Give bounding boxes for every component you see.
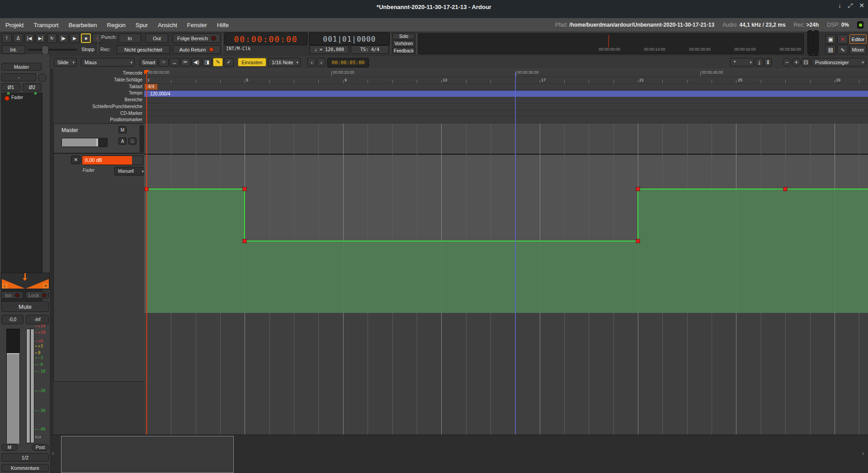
menu-transport[interactable]: Transport <box>33 22 58 28</box>
ruler-row-6[interactable] <box>144 104 868 110</box>
sync-button[interactable]: Int. <box>2 45 25 54</box>
meter-pre-button[interactable]: M <box>1 444 18 451</box>
tempo-button[interactable]: ♩ = 120,000 <box>309 45 349 54</box>
cut-tool-button[interactable]: ✂ <box>180 58 190 66</box>
strip-name-button[interactable]: Master <box>1 63 42 71</box>
timefx-tool-button[interactable]: ◨ <box>202 58 212 66</box>
shuttle-thumb[interactable] <box>42 45 49 55</box>
tempo-marker-bar[interactable]: 120,000/4 <box>144 90 868 97</box>
track-group-button[interactable]: G <box>128 137 137 145</box>
zoom-out-button[interactable]: − <box>783 58 791 66</box>
midi-panic-button[interactable]: ! <box>2 33 12 43</box>
close-icon[interactable]: ✕ <box>859 2 864 9</box>
punch-in-button[interactable]: In <box>118 33 141 43</box>
automation-close-button[interactable]: ✕ <box>71 156 80 164</box>
smart-mode-button[interactable]: Smart <box>140 58 158 66</box>
gain-fader-track[interactable] <box>6 329 20 443</box>
ruler-row-3[interactable] <box>144 84 868 90</box>
meter-button[interactable]: TS: 4/4 <box>351 45 389 54</box>
maximize-icon[interactable]: ⤢ <box>848 2 853 9</box>
range-tool-button[interactable]: ↔ <box>170 58 179 66</box>
goto-start-button[interactable]: |◀ <box>24 33 34 43</box>
trim-knob[interactable] <box>38 74 46 82</box>
nudge-forward-button[interactable]: › <box>317 58 326 66</box>
meter-point-button[interactable]: Post <box>32 444 49 451</box>
fader-processor-led[interactable] <box>5 96 9 101</box>
grab-tool-button[interactable]: ☞ <box>159 58 169 66</box>
master-track-lane[interactable] <box>144 123 868 155</box>
menu-region[interactable]: Region <box>107 22 126 28</box>
punch-out-button[interactable]: Out <box>146 33 168 43</box>
loop-button[interactable]: ↻ <box>47 33 57 43</box>
auto-return-button[interactable]: Auto Return <box>173 45 221 54</box>
summary-strip[interactable]: ‹ › <box>50 435 868 473</box>
edit-mode-dropdown[interactable]: Slide▾ <box>54 58 77 66</box>
nudge-clock[interactable]: 00:00:05:00 <box>327 58 369 67</box>
ruler-row-8[interactable] <box>144 117 868 123</box>
fader-automation-header[interactable]: ✕ 0,00 dB Fader Manuell▾ <box>53 153 146 382</box>
summary-scroll-left[interactable]: ‹ <box>52 449 54 457</box>
automation-value-field[interactable]: 0,00 dB <box>82 156 143 165</box>
metronome-button[interactable]: Δ <box>13 33 23 43</box>
summary-viewport[interactable] <box>61 436 234 473</box>
editor-canvas[interactable]: 4/4 120,000/4 00:00:00:0000:00:15:0000:0… <box>144 69 868 435</box>
shuttle-track[interactable] <box>28 49 77 51</box>
track-gain-slider[interactable] <box>61 138 108 147</box>
menu-spur[interactable]: Spur <box>136 22 148 28</box>
menu-projekt[interactable]: Projekt <box>5 22 24 28</box>
fit-vertical-button[interactable]: ↨ <box>755 58 763 66</box>
audition-tool-button[interactable]: ◀) <box>191 58 201 66</box>
ruler-row-2[interactable] <box>144 77 868 84</box>
zoom-focus-dropdown[interactable]: Positionszeiger▾ <box>811 58 866 66</box>
stop-button[interactable]: ■ <box>81 33 91 43</box>
track-name[interactable]: Master <box>61 127 78 133</box>
solo-iso-button[interactable]: Iso <box>1 291 24 299</box>
solo-button[interactable]: Solo <box>392 33 415 39</box>
zoom-preset-dropdown[interactable]: *▾ <box>730 58 754 66</box>
automation-mode-dropdown[interactable]: Manuell▾ <box>114 167 146 175</box>
track-scroll-indicator[interactable] <box>140 125 143 152</box>
track-automation-button[interactable]: A <box>118 137 127 145</box>
stereo-panner[interactable]: L R <box>1 273 50 290</box>
meterbridge-button[interactable]: ∿ <box>837 45 848 54</box>
lua-script-button[interactable]: ▣ <box>826 34 836 44</box>
record-layer-mode-button[interactable]: Nicht geschichtet <box>117 45 170 54</box>
draw-tool-button[interactable]: ✎ <box>213 58 223 66</box>
track-mute-button[interactable]: M <box>118 126 127 133</box>
mini-timeline[interactable]: 00:00:00:0000:00:14:0000:00:28:0000:00:4… <box>418 33 804 54</box>
summary-scroll-right[interactable]: › <box>862 449 864 457</box>
ruler-row-5[interactable] <box>144 97 868 104</box>
menu-bearbeiten[interactable]: Bearbeiten <box>69 22 97 28</box>
editor-tab-button[interactable]: Editor <box>849 34 867 44</box>
ruler-row-7[interactable] <box>144 110 868 117</box>
mute-button[interactable]: Mute <box>1 301 49 312</box>
channel-count-button[interactable]: 1/2 <box>1 453 49 462</box>
snap-mode-button[interactable]: Einrasten <box>238 58 266 66</box>
edit-point-dropdown[interactable]: Maus▾ <box>81 58 135 66</box>
fader-automation-lane[interactable] <box>144 155 868 313</box>
gain-display[interactable]: -0,0 <box>1 315 24 324</box>
taktart-marker[interactable]: 4/4 <box>144 84 158 90</box>
gain-fader-handle[interactable] <box>7 353 19 444</box>
comments-button[interactable]: Kommentare <box>1 464 49 472</box>
grid-unit-dropdown[interactable]: 1/16 Note▾ <box>268 58 301 66</box>
record-button[interactable]: ● <box>92 33 102 43</box>
video-button[interactable]: ▤ <box>826 45 836 54</box>
zoom-session-button[interactable]: ⊡ <box>802 58 810 66</box>
phase-invert-2-button[interactable]: Ø2 <box>23 83 42 91</box>
minimize-to-tray-icon[interactable]: ↓ <box>838 2 841 9</box>
phase-invert-1-button[interactable]: Ø1 <box>1 83 20 91</box>
nudge-back-button[interactable]: ‹ <box>307 58 316 66</box>
zoom-in-button[interactable]: + <box>792 58 801 66</box>
ruler-row-1[interactable] <box>144 70 868 77</box>
mixer-tab-button[interactable]: Mixer <box>849 45 867 54</box>
empty-canvas-area[interactable] <box>144 313 868 435</box>
meter-type-label[interactable]: K14 <box>35 435 41 439</box>
monitor-button[interactable]: Vorhören <box>392 40 415 47</box>
edit-tool-button[interactable]: ✓ <box>224 58 234 66</box>
solo-lock-button[interactable]: Lock <box>25 291 49 299</box>
track-gain-handle[interactable] <box>96 138 98 147</box>
feedback-button[interactable]: Feedback <box>392 47 415 54</box>
menu-hilfe[interactable]: Hilfe <box>217 22 229 28</box>
play-button[interactable]: ▶ <box>70 33 80 43</box>
